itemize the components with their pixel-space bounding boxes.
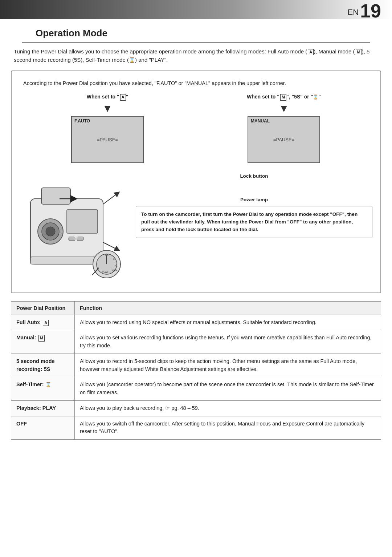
vf-left-pause: ≡PAUSE≡	[97, 137, 118, 142]
svg-rect-6	[69, 237, 75, 241]
manual-icon: M	[356, 49, 362, 55]
vf-right-screen-label: MANUAL	[251, 118, 270, 124]
svg-rect-8	[30, 257, 103, 264]
position-full-auto: Full Auto: A	[11, 315, 75, 330]
position-off: OFF	[11, 416, 75, 440]
camera-right: Lock button Power lamp To turn on the ca…	[132, 170, 372, 238]
function-selftimer: Allows you (camcorder operator) to becom…	[75, 377, 381, 401]
position-5second: 5 second moderecording: 5S	[11, 354, 75, 377]
table-row: Self-Timer: ⌛ Allows you (camcorder oper…	[11, 377, 381, 401]
svg-text:e: e	[113, 258, 115, 260]
table-row: Full Auto: A Allows you to record using …	[11, 315, 381, 330]
vf-right-arrow: ▼	[279, 103, 289, 114]
vf-right-section: When set to "M", "5S" or "⌛" ▼ MANUAL ≡P…	[247, 94, 321, 163]
vf-left-label: When set to "A"	[87, 94, 128, 100]
intro-text: Tuning the Power Dial allows you to choo…	[0, 48, 392, 64]
vf-left-screen-label: F.AUTO	[74, 118, 90, 124]
camera-row: 5S e A OFF PLAY	[20, 170, 372, 286]
svg-rect-1	[41, 188, 70, 204]
svg-rect-7	[77, 237, 83, 241]
vf-left-section: When set to "A" ▼ F.AUTO ≡PAUSE≡	[71, 94, 144, 163]
vf-left-icon: A	[120, 94, 126, 100]
vf-right-screen: MANUAL ≡PAUSE≡	[248, 116, 320, 163]
position-playback: Playback: PLAY	[11, 400, 75, 416]
viewfinder-row: When set to "A" ▼ F.AUTO ≡PAUSE≡ When se…	[20, 94, 372, 163]
illustration-box: According to the Power Dial position you…	[11, 70, 381, 293]
function-playback: Allows you to play back a recording, ☞ p…	[75, 400, 381, 416]
vf-right-m-icon: M	[280, 94, 286, 100]
table-header-position: Power Dial Position	[11, 301, 75, 315]
table-row: Playback: PLAY Allows you to play back a…	[11, 400, 381, 416]
instruction-box: To turn on the camcorder, first turn the…	[136, 206, 372, 238]
function-manual: Allows you to set various recording func…	[75, 330, 381, 354]
function-table: Power Dial Position Function Full Auto: …	[11, 301, 381, 440]
camera-illustration: 5S e A OFF PLAY	[20, 170, 128, 286]
svg-point-4	[46, 227, 55, 236]
page-number: 19	[360, 1, 381, 20]
vf-right-label: When set to "M", "5S" or "⌛"	[247, 94, 321, 100]
svg-text:A: A	[115, 263, 117, 266]
vf-left-arrow: ▼	[102, 103, 113, 114]
table-row: OFF Allows you to switch off the camcord…	[11, 416, 381, 440]
vf-left-screen: F.AUTO ≡PAUSE≡	[71, 116, 144, 163]
svg-line-10	[103, 242, 118, 250]
table-row: 5 second moderecording: 5S Allows you to…	[11, 354, 381, 377]
function-off: Allows you to switch off the camcorder. …	[75, 416, 381, 440]
full-auto-icon: A	[308, 49, 314, 55]
page-title: Operation Mode	[22, 23, 370, 43]
full-auto-table-icon: A	[43, 320, 49, 326]
svg-text:OFF: OFF	[112, 269, 117, 272]
selftimer-icon: ⌛	[129, 57, 135, 63]
svg-line-9	[103, 193, 118, 204]
function-full-auto: Allows you to record using NO special ef…	[75, 315, 381, 330]
position-selftimer: Self-Timer: ⌛	[11, 377, 75, 401]
power-lamp-label: Power lamp	[136, 197, 372, 202]
table-header-function: Function	[75, 301, 381, 315]
en-label: EN	[348, 8, 359, 17]
position-manual: Manual: M	[11, 330, 75, 354]
lock-button-label: Lock button	[136, 173, 372, 179]
header-bar: EN 19	[0, 0, 392, 19]
svg-text:PLAY: PLAY	[102, 271, 109, 273]
table-row: Manual: M Allows you to set various reco…	[11, 330, 381, 354]
info-note: According to the Power Dial position you…	[20, 79, 372, 87]
vf-right-pause: ≡PAUSE≡	[273, 137, 294, 142]
vf-right-timer-icon: ⌛	[313, 94, 318, 100]
manual-table-icon: M	[38, 335, 45, 341]
svg-rect-5	[67, 210, 98, 233]
function-5second: Allows you to record in 5-second clips t…	[75, 354, 381, 377]
selftimer-table-icon: ⌛	[45, 382, 51, 387]
